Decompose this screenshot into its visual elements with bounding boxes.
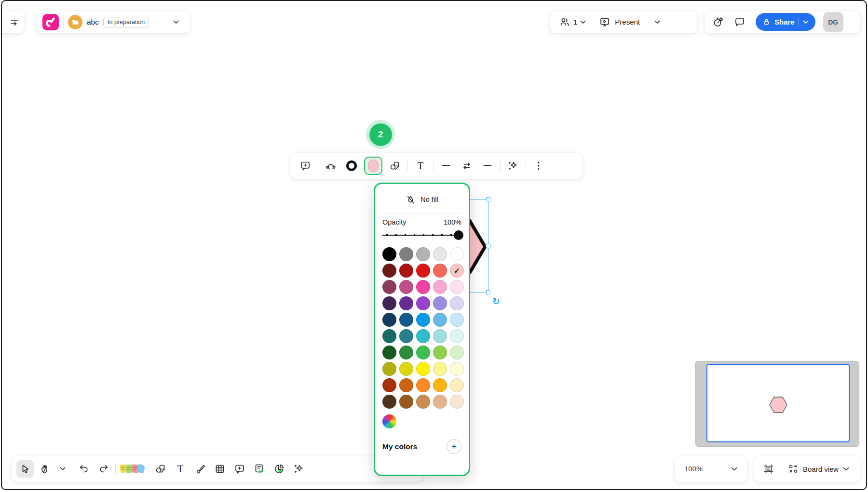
more-options-button[interactable]: ⋮ <box>530 158 547 174</box>
templates-button[interactable] <box>251 461 268 477</box>
table-button[interactable] <box>212 461 228 477</box>
color-swatch[interactable] <box>450 247 464 261</box>
color-swatch[interactable] <box>416 264 430 278</box>
select-tool-button[interactable] <box>16 460 34 478</box>
color-swatch[interactable] <box>450 329 464 343</box>
color-swatch[interactable] <box>433 329 447 343</box>
project-folder-icon[interactable] <box>68 15 82 29</box>
add-custom-color-button[interactable]: + <box>447 439 461 454</box>
shapes-button[interactable] <box>152 461 169 477</box>
resize-handle-top-right[interactable] <box>486 197 490 201</box>
color-swatch[interactable] <box>382 346 396 359</box>
resize-handle-right-middle[interactable] <box>486 243 491 249</box>
color-swatch[interactable] <box>382 313 396 327</box>
comments-button[interactable] <box>732 14 748 30</box>
rotate-handle-icon[interactable]: ↻ <box>492 296 500 307</box>
undo-button[interactable] <box>76 461 92 477</box>
color-swatch[interactable] <box>450 395 464 409</box>
custom-color-picker-button[interactable] <box>382 414 396 428</box>
color-swatch[interactable] <box>450 313 464 327</box>
color-swatch[interactable] <box>416 280 430 294</box>
timer-button[interactable] <box>710 14 727 30</box>
color-swatch[interactable] <box>416 362 430 376</box>
text-tool-button[interactable]: T <box>172 461 189 477</box>
color-swatch[interactable] <box>450 280 464 294</box>
miro-logo[interactable] <box>42 14 59 30</box>
color-swatch[interactable] <box>416 329 430 343</box>
color-swatch[interactable] <box>416 313 430 327</box>
color-swatch[interactable] <box>382 296 396 310</box>
color-swatch[interactable] <box>399 313 413 327</box>
ai-tools-button[interactable] <box>291 461 307 477</box>
board-view-selector[interactable]: Board view <box>787 461 850 477</box>
curve-tool-button[interactable] <box>323 158 339 174</box>
minimap[interactable] <box>695 361 859 447</box>
board-menu-button[interactable] <box>168 14 184 30</box>
opacity-slider-handle[interactable] <box>454 230 463 240</box>
present-button[interactable]: Present <box>596 14 643 30</box>
color-swatch[interactable] <box>450 378 464 392</box>
color-swatch[interactable] <box>399 378 413 392</box>
charts-button[interactable] <box>271 461 287 477</box>
color-swatch[interactable] <box>399 395 413 409</box>
zoom-control[interactable]: 100% <box>675 456 747 482</box>
color-swatch[interactable] <box>399 346 413 359</box>
color-swatch[interactable] <box>433 296 447 310</box>
status-badge[interactable]: In preparation <box>103 17 149 27</box>
color-swatch[interactable] <box>450 362 464 376</box>
share-button[interactable]: Share <box>756 13 815 31</box>
color-swatch[interactable] <box>399 362 413 376</box>
color-swatch[interactable] <box>433 378 447 392</box>
collaborators-button[interactable]: 1 <box>557 14 588 30</box>
color-swatch[interactable] <box>382 395 396 409</box>
color-swatch[interactable] <box>416 247 430 261</box>
color-swatch[interactable] <box>399 264 413 278</box>
color-swatch[interactable] <box>433 247 447 261</box>
color-swatch[interactable] <box>433 362 447 376</box>
open-sidebar-button[interactable] <box>1 11 24 33</box>
color-swatch[interactable] <box>450 296 464 310</box>
ai-magic-button[interactable] <box>505 158 521 174</box>
text-style-button[interactable]: T <box>412 158 429 174</box>
change-shape-button[interactable] <box>387 158 403 174</box>
color-swatch[interactable] <box>382 280 396 294</box>
color-swatch[interactable] <box>433 264 447 278</box>
color-swatch[interactable] <box>433 346 447 359</box>
color-swatch[interactable] <box>399 247 413 261</box>
color-swatch[interactable] <box>399 296 413 310</box>
add-comment-button[interactable] <box>297 158 313 174</box>
user-avatar[interactable]: DG <box>823 12 843 32</box>
border-color-button[interactable] <box>343 158 360 174</box>
color-swatch[interactable] <box>382 247 396 261</box>
color-swatch[interactable] <box>382 264 396 278</box>
color-swatch[interactable] <box>382 362 396 376</box>
resize-handle-bottom-right[interactable] <box>486 290 490 294</box>
color-swatch[interactable] <box>433 313 447 327</box>
color-swatch[interactable] <box>433 280 447 294</box>
swap-direction-button[interactable] <box>459 158 475 174</box>
color-swatch[interactable]: ✓ <box>450 264 464 278</box>
fill-color-button[interactable] <box>364 157 382 175</box>
line-weight-button[interactable] <box>479 158 496 174</box>
color-swatch[interactable] <box>416 296 430 310</box>
color-swatch[interactable] <box>399 280 413 294</box>
sticky-note-button[interactable] <box>119 461 145 477</box>
color-swatch[interactable] <box>382 378 396 392</box>
color-swatch[interactable] <box>416 395 430 409</box>
color-swatch[interactable] <box>399 329 413 343</box>
board-title[interactable]: abc <box>87 18 99 27</box>
no-fill-option[interactable]: No fill <box>382 190 461 209</box>
frames-button[interactable] <box>760 461 777 477</box>
hand-tool-button[interactable] <box>37 461 54 477</box>
line-style-button[interactable] <box>438 158 454 174</box>
pen-tool-button[interactable] <box>192 461 208 477</box>
opacity-slider[interactable] <box>382 230 461 240</box>
tools-chevron-button[interactable] <box>57 461 68 477</box>
color-swatch[interactable] <box>450 346 464 359</box>
color-swatch[interactable] <box>382 329 396 343</box>
color-swatch[interactable] <box>416 346 430 359</box>
present-options-button[interactable] <box>651 14 664 30</box>
redo-button[interactable] <box>95 461 112 477</box>
color-swatch[interactable] <box>416 378 430 392</box>
color-swatch[interactable] <box>433 395 447 409</box>
